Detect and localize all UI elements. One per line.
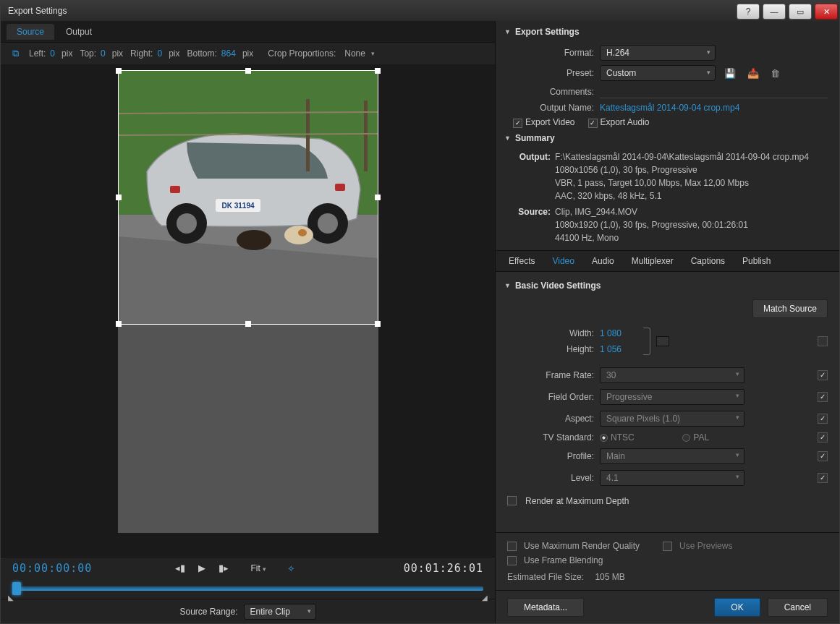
crop-right-label: Right: [130, 48, 153, 59]
framerate-label: Frame Rate: [507, 370, 594, 380]
play-next-icon[interactable]: ▮▸ [216, 561, 232, 575]
pal-label: PAL [693, 432, 709, 443]
crop-rect[interactable] [118, 70, 378, 325]
crop-top-unit: pix [112, 48, 123, 59]
filesize-label: Estimated File Size: [507, 572, 584, 582]
dim-match-checkbox[interactable] [818, 336, 828, 346]
aspect-label: Aspect: [507, 414, 594, 424]
timeline-track[interactable]: ◣ ◢ [12, 586, 483, 591]
crop-top-value[interactable]: 0 [101, 48, 106, 59]
crop-left-value[interactable]: 0 [50, 48, 55, 59]
level-match-checkbox[interactable] [818, 473, 828, 483]
preview-tabs: Source Output [1, 21, 495, 43]
crop-handle-tl[interactable] [116, 68, 122, 74]
summary-source-label: Source: [507, 205, 551, 244]
delete-preset-icon[interactable]: 🗑 [768, 67, 783, 80]
play-button-icon[interactable]: ▶ [195, 561, 208, 575]
help-button[interactable]: ? [737, 4, 760, 20]
import-preset-icon[interactable]: 📥 [744, 67, 762, 80]
frameblend-checkbox[interactable] [507, 556, 517, 565]
crop-handle-br[interactable] [375, 321, 381, 327]
fieldorder-match-checkbox[interactable] [818, 392, 828, 402]
summary-header[interactable]: ▼ Summary [496, 130, 839, 149]
aspect-match-checkbox[interactable] [818, 414, 828, 424]
collapse-icon: ▼ [504, 134, 511, 142]
minimize-button[interactable]: — [763, 4, 786, 20]
save-preset-icon[interactable]: 💾 [721, 67, 739, 80]
titlebar[interactable]: Export Settings ? — ▭ ✕ [1, 1, 839, 21]
link-toggle[interactable] [656, 336, 669, 346]
preview-image[interactable]: DK 31194 [118, 70, 378, 533]
play-prev-icon[interactable]: ◂▮ [172, 561, 188, 575]
crop-bottom-value[interactable]: 864 [221, 48, 236, 59]
source-range-bar: Source Range: Entire Clip [1, 599, 495, 623]
crop-handle-bl[interactable] [116, 321, 122, 327]
crop-icon[interactable]: ⧉ [9, 46, 22, 61]
comments-input[interactable] [600, 85, 828, 98]
aspect-correction-icon[interactable]: ⟡ [285, 561, 297, 576]
aspect-dropdown[interactable]: Square Pixels (1.0) [600, 411, 744, 427]
fieldorder-dropdown[interactable]: Progressive [600, 389, 744, 405]
tab-audio[interactable]: Audio [585, 253, 621, 269]
crop-handle-tc[interactable] [245, 68, 251, 74]
link-dimensions-icon[interactable] [643, 328, 650, 355]
profile-match-checkbox[interactable] [818, 451, 828, 461]
tab-multiplexer[interactable]: Multiplexer [624, 253, 681, 269]
width-label: Width: [507, 328, 594, 338]
collapse-icon: ▼ [504, 282, 511, 289]
cancel-button[interactable]: Cancel [768, 598, 828, 617]
export-audio-checkbox[interactable] [588, 119, 598, 128]
window-title: Export Settings [8, 6, 67, 16]
level-dropdown[interactable]: 4.1 [600, 470, 744, 486]
match-source-button[interactable]: Match Source [752, 299, 828, 318]
close-button[interactable]: ✕ [815, 4, 838, 20]
preview-area[interactable]: DK 31194 [1, 64, 495, 557]
crop-right-unit: pix [169, 48, 179, 59]
profile-dropdown[interactable]: Main [600, 448, 744, 464]
export-audio-label: Export Audio [601, 117, 650, 127]
export-video-checkbox[interactable] [513, 119, 522, 128]
crop-proportions-dropdown[interactable]: None▾ [340, 47, 379, 60]
crop-handle-bc[interactable] [245, 321, 251, 327]
crop-handle-mr[interactable] [375, 195, 381, 200]
export-settings-header[interactable]: ▼ Export Settings [496, 21, 839, 43]
crop-left-label: Left: [29, 48, 46, 59]
fieldorder-label: Field Order: [507, 392, 594, 402]
timeline[interactable]: ◣ ◢ [1, 578, 495, 599]
basic-video-header[interactable]: ▼ Basic Video Settings [496, 275, 839, 296]
framerate-match-checkbox[interactable] [818, 370, 828, 380]
metadata-button[interactable]: Metadata... [507, 598, 584, 617]
format-dropdown[interactable]: H.264 [600, 45, 716, 61]
tab-captions[interactable]: Captions [684, 253, 732, 269]
tab-publish[interactable]: Publish [735, 253, 778, 269]
source-range-dropdown[interactable]: Entire Clip [244, 604, 316, 620]
source-range-label: Source Range: [179, 607, 237, 617]
crop-handle-tr[interactable] [375, 68, 381, 74]
crop-handle-ml[interactable] [116, 195, 122, 200]
width-value[interactable]: 1 080 [600, 328, 629, 338]
preview-pane: Source Output ⧉ Left: 0 pix Top: 0 pix R… [1, 21, 496, 623]
tvstd-match-checkbox[interactable] [818, 432, 828, 443]
dialog-footer: Metadata... OK Cancel [496, 590, 839, 623]
tab-video[interactable]: Video [545, 253, 581, 269]
tab-source[interactable]: Source [7, 24, 54, 40]
tab-output[interactable]: Output [56, 24, 102, 40]
framerate-dropdown[interactable]: 30 [600, 367, 744, 383]
tab-effects[interactable]: Effects [501, 253, 542, 269]
format-label: Format: [507, 48, 594, 58]
ok-button[interactable]: OK [714, 598, 760, 617]
zoom-dropdown[interactable]: Fit ▾ [239, 562, 278, 575]
maxdepth-checkbox[interactable] [507, 496, 517, 505]
maximize-button[interactable]: ▭ [789, 4, 812, 20]
crop-right-value[interactable]: 0 [157, 48, 162, 59]
maxrender-checkbox[interactable] [507, 542, 517, 551]
preset-dropdown[interactable]: Custom [600, 65, 716, 81]
outputname-link[interactable]: Katteslagsmål 2014-09-04 crop.mp4 [600, 103, 739, 113]
ntsc-radio[interactable] [600, 434, 608, 442]
pal-radio[interactable] [682, 434, 690, 442]
height-value[interactable]: 1 056 [600, 344, 629, 354]
crop-toolbar: ⧉ Left: 0 pix Top: 0 pix Right: 0 pix Bo… [1, 43, 495, 64]
crop-top-label: Top: [80, 48, 96, 59]
current-timecode[interactable]: 00:00:00:00 [12, 562, 92, 575]
previews-checkbox[interactable] [663, 542, 672, 551]
